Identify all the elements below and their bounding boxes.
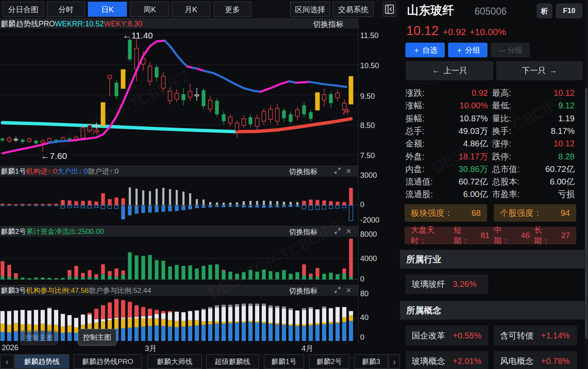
price-axis-label: 11.50 xyxy=(360,31,379,40)
pane3-axis-label: 0 xyxy=(360,333,364,341)
close-pane3-icon[interactable]: × xyxy=(346,285,351,296)
stat-label: 涨停: xyxy=(492,137,511,150)
tab-super-qilin[interactable]: 超级麒麟线 xyxy=(206,354,259,369)
stat-value: 49.03万 xyxy=(438,125,488,137)
market-timing-chip[interactable]: 大盘天时： 短期：81 中期：46 长期：27 xyxy=(405,227,576,244)
tab-weekly-k[interactable]: 周K xyxy=(130,2,169,17)
switch-indicator-main[interactable]: 切换指标 xyxy=(313,19,343,29)
pane2-bar-chart[interactable] xyxy=(0,237,358,284)
stock-info-panel: 山东玻纤 605006 析 F10 10.12 +0.92 +10.00% ＋ … xyxy=(400,0,588,369)
close-pane2-icon[interactable]: × xyxy=(346,226,351,237)
collapse-panel-button[interactable] xyxy=(383,2,396,17)
stat-label: 最低: xyxy=(492,99,511,112)
stats-row: 振幅:10.87%量比:1.19 xyxy=(400,112,588,125)
tab-more[interactable]: 更多 xyxy=(214,2,251,17)
concept-chip[interactable]: 国企改革+0.55% xyxy=(405,325,488,346)
tab-monthly-k[interactable]: 月K xyxy=(172,2,210,17)
concept-chip[interactable]: 含可转债+1.14% xyxy=(494,325,577,346)
weky-value: WEKY:8.30 xyxy=(104,20,142,28)
stat-value: 亏损 xyxy=(524,188,575,200)
pane1-axis-label: -2000 xyxy=(360,216,379,224)
stat-label: 涨跌: xyxy=(405,87,425,99)
stat-label: 换手: xyxy=(492,125,511,137)
pane2-title: 麒麟2号 xyxy=(1,228,26,236)
pane1-title: 麒麟1号 xyxy=(1,167,26,175)
tab-qilin-trend-pro[interactable]: 麒麟趋势线PRO xyxy=(74,354,142,369)
price-axis-label: 9.50 xyxy=(360,92,375,100)
stat-value: 6.00亿 xyxy=(438,188,488,200)
x-axis-month-label: 3月 xyxy=(145,343,157,354)
f10-button[interactable]: F10 xyxy=(556,3,583,18)
wekrr-value: WEKRR:10.52 xyxy=(55,20,104,28)
top-toolbar: 分日合图 分时 日K 周K 月K 更多 区间选择 交易系统 xyxy=(0,0,400,18)
tab-qilin-1[interactable]: 麒麟1号 xyxy=(264,354,304,369)
trading-system-button[interactable]: 交易系统 xyxy=(333,2,374,17)
stat-value: 60.72亿 xyxy=(524,163,575,175)
control-main-chart-tooltip: 控制主图 xyxy=(78,329,116,346)
concept-chip[interactable]: 风电概念+0.78% xyxy=(494,351,577,369)
chart-region: 分日合图 分时 日K 周K 月K 更多 区间选择 交易系统 麒麟趋势线PROWE… xyxy=(0,0,400,369)
remove-group-button[interactable]: — 分组 xyxy=(491,43,530,57)
x-axis-year-label: 2026 xyxy=(2,343,18,352)
next-stock-button[interactable]: 下一只 → xyxy=(496,61,583,80)
stat-value: 1.19 xyxy=(524,112,575,125)
tabs-scroll-left[interactable]: ‹ xyxy=(0,354,14,369)
expand-pane3-icon[interactable] xyxy=(334,287,341,293)
sector-strength-chip[interactable]: 板块强度：68 xyxy=(405,204,487,222)
previous-stock-button[interactable]: ← 上一只 xyxy=(406,61,493,80)
main-indicator-name: 麒麟趋势线PRO xyxy=(1,20,55,28)
stats-row: 金额:4.86亿涨停:10.12 xyxy=(400,137,588,150)
main-candlestick-chart[interactable]: ←11.40←7.60冲冲 xyxy=(0,28,358,165)
stat-label: 金额: xyxy=(405,137,425,150)
tab-daily-k[interactable]: 日K xyxy=(88,2,127,17)
close-pane1-icon[interactable]: × xyxy=(346,166,351,177)
analyze-button[interactable]: 析 xyxy=(536,3,552,18)
stat-label: 流通股: xyxy=(405,188,433,200)
stats-row: 流通股:6.00亿市盈率:亏损 xyxy=(400,188,588,200)
stock-code: 605006 xyxy=(475,6,507,17)
stat-label: 总股本: xyxy=(492,175,520,188)
tab-split-day-chart[interactable]: 分日合图 xyxy=(3,2,44,17)
stat-value: 10.87% xyxy=(438,112,488,125)
pane1-axis-label: 3000 xyxy=(360,171,377,179)
stat-label: 流通值: xyxy=(405,175,433,188)
range-select-button[interactable]: 区间选择 xyxy=(290,2,330,17)
tab-qilin-master[interactable]: 麒麟大师线 xyxy=(147,354,202,369)
panel-scrollbar-thumb[interactable] xyxy=(585,88,588,339)
concept-chip[interactable]: 玻璃概念+2.01% xyxy=(405,351,488,369)
tab-qilin-trend[interactable]: 麒麟趋势线 xyxy=(15,354,69,369)
tab-qilin-2[interactable]: 麒麟2号 xyxy=(309,354,349,369)
switch-indicator-pane2[interactable]: 切换指标 xyxy=(289,227,317,237)
tab-qilin-3-clipped[interactable]: 麒麟3 xyxy=(354,354,388,369)
long-term-value: 27 xyxy=(561,231,570,240)
add-group-button[interactable]: ＋ 分组 xyxy=(448,43,487,57)
pane1-bar-chart[interactable] xyxy=(0,177,358,225)
add-watchlist-button[interactable]: ＋ 自选 xyxy=(405,43,445,57)
expand-pane1-icon[interactable] xyxy=(334,167,341,174)
stats-row: 涨跌:0.92最高:10.12 xyxy=(400,87,588,99)
price-axis-label: 8.50 xyxy=(360,121,375,130)
stats-row: 流通值:60.72亿总股本:6.00亿 xyxy=(400,175,588,188)
pane2-axis-label: 8000 xyxy=(360,230,377,238)
industry-section-header: 所属行业 xyxy=(400,250,588,269)
industry-chip[interactable]: 玻璃玻纤3.26% xyxy=(405,274,488,294)
clipped-row-fragment: ·· ··· ·· xyxy=(415,81,434,85)
stat-label: 跌停: xyxy=(492,150,511,163)
switch-indicator-pane1[interactable]: 切换指标 xyxy=(289,167,317,177)
sector-strength-value: 68 xyxy=(472,208,481,218)
svg-text:冲: 冲 xyxy=(92,128,99,136)
pane2-axis-label: 4000 xyxy=(360,254,377,263)
svg-text:冲: 冲 xyxy=(343,108,350,115)
stat-label: 总市值: xyxy=(492,163,520,175)
stat-label: 市盈率: xyxy=(492,188,520,200)
stat-label: 振幅: xyxy=(405,112,425,125)
tab-intraday[interactable]: 分时 xyxy=(47,2,85,17)
price-axis-label: 10.50 xyxy=(360,62,379,70)
pane3-legend-retail-ratio: 散户参与比例:52.44 xyxy=(89,287,151,295)
stock-strength-chip[interactable]: 个股强度：94 xyxy=(494,204,576,222)
expand-pane2-icon[interactable] xyxy=(334,228,341,234)
stock-name: 山东玻纤 xyxy=(407,3,454,18)
tabs-scroll-right[interactable]: › xyxy=(389,354,400,369)
control-main-chart-tooltip-ghost: 控制主图 xyxy=(20,330,58,345)
switch-indicator-pane3[interactable]: 切换指标 xyxy=(289,286,317,296)
